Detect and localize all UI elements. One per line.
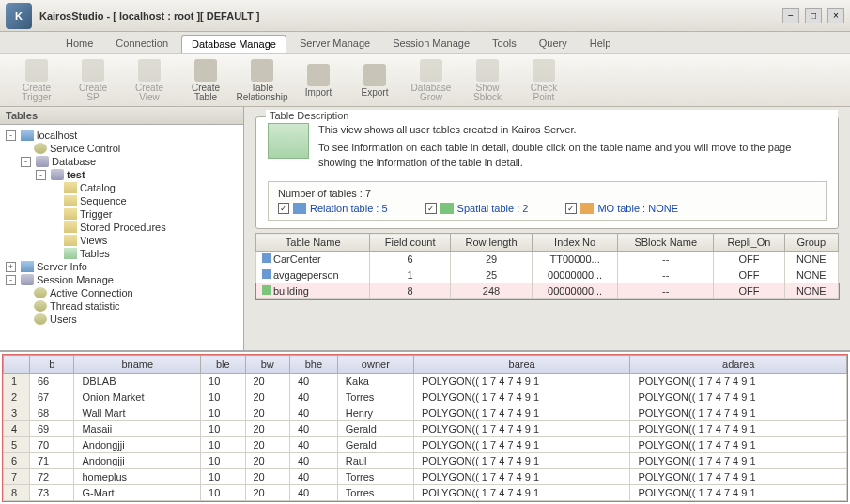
- tree-node-views[interactable]: Views: [4, 234, 240, 247]
- menu-connection[interactable]: Connection: [106, 35, 178, 52]
- menu-session-manage[interactable]: Session Manage: [383, 35, 479, 52]
- tree-node-tables[interactable]: Tables: [4, 247, 240, 260]
- column-header[interactable]: Group: [784, 234, 838, 252]
- expand-icon[interactable]: -: [36, 170, 46, 180]
- menu-home[interactable]: Home: [56, 35, 102, 52]
- column-header[interactable]: Table Name: [256, 234, 370, 252]
- tree-view[interactable]: -localhostService Control-Database-testC…: [0, 125, 243, 350]
- window-title: KairosStudio - [ localhost : root ][ DEF…: [39, 10, 782, 22]
- grid-column-header[interactable]: [4, 356, 30, 374]
- grid-row[interactable]: 772homeplus102040TorresPOLYGON(( 1 7 4 7…: [4, 469, 847, 485]
- tree-icon: [34, 143, 47, 154]
- column-header[interactable]: Repli_On: [714, 234, 784, 252]
- tree-node-server-info[interactable]: +Server Info: [4, 260, 240, 273]
- tables-table[interactable]: Table NameField countRow lengthIndex NoS…: [255, 233, 839, 299]
- export-button[interactable]: Export: [348, 57, 402, 104]
- tree-node-thread-statistic[interactable]: Thread statistic: [4, 299, 240, 313]
- create-view-button[interactable]: CreateView: [122, 57, 177, 104]
- tree-node-active-connection[interactable]: Active Connection: [4, 286, 240, 299]
- tree-node-test[interactable]: -test: [4, 168, 240, 181]
- checkbox-icon[interactable]: ✓: [565, 203, 577, 214]
- table-relationship-button[interactable]: TableRelationship: [235, 57, 289, 104]
- grid-row[interactable]: 873G-Mart102040TorresPOLYGON(( 1 7 4 7 4…: [4, 485, 847, 501]
- tree-icon: [21, 274, 34, 285]
- app-icon: K: [6, 3, 32, 29]
- grid-column-header[interactable]: owner: [337, 356, 413, 374]
- grid-row[interactable]: 166DBLAB102040KakaPOLYGON(( 1 7 4 7 4 9 …: [4, 374, 847, 389]
- menu-help[interactable]: Help: [580, 35, 621, 52]
- table-count: Number of tables : 7: [278, 188, 816, 199]
- stats-box: Number of tables : 7 ✓Relation table : 5…: [268, 181, 827, 221]
- checkbox-icon[interactable]: ✓: [425, 203, 437, 214]
- stat-type-icon: [580, 203, 594, 214]
- tree-node-sequence[interactable]: Sequence: [4, 194, 240, 207]
- grid-column-header[interactable]: ble: [201, 356, 245, 374]
- toolbar: CreateTriggerCreateSPCreateViewCreateTab…: [0, 54, 850, 107]
- table-type-icon: [262, 285, 271, 295]
- grid-row[interactable]: 671Andongjji102040RaulPOLYGON(( 1 7 4 7 …: [4, 453, 847, 469]
- table-row[interactable]: building824800000000...--OFFNONE: [256, 283, 839, 299]
- stat-item: ✓MO table : NONE: [565, 203, 678, 214]
- check-point-button[interactable]: CheckPoint: [517, 57, 571, 104]
- table-row[interactable]: avgageperson12500000000...--OFFNONE: [256, 267, 839, 283]
- column-header[interactable]: SBlock Name: [618, 234, 714, 252]
- show-sblock-button[interactable]: ShowSblock: [460, 57, 515, 104]
- table-row[interactable]: CarCenter629TT00000...--OFFNONE: [256, 252, 839, 267]
- main-panel: Table Description This view shows all us…: [244, 107, 850, 350]
- tree-icon: [36, 156, 49, 167]
- tree-node-session-manage[interactable]: -Session Manage: [4, 273, 240, 286]
- create-trigger-button[interactable]: CreateTrigger: [9, 57, 64, 104]
- database-grow-button[interactable]: DatabaseGrow: [404, 57, 458, 104]
- data-grid-panel: bbnameblebwbheownerbareaadarea 166DBLAB1…: [0, 350, 850, 504]
- expand-icon[interactable]: -: [6, 275, 16, 285]
- grid-row[interactable]: 570Andongjji102040GeraldPOLYGON(( 1 7 4 …: [4, 437, 847, 453]
- create-sp-button[interactable]: CreateSP: [66, 57, 120, 104]
- tree-icon: [21, 261, 34, 272]
- data-grid[interactable]: bbnameblebwbheownerbareaadarea 166DBLAB1…: [3, 355, 847, 501]
- show-sblock-icon: [476, 59, 499, 82]
- stat-item: ✓Relation table : 5: [278, 203, 388, 214]
- column-header[interactable]: Row length: [450, 234, 532, 252]
- tree-node-service-control[interactable]: Service Control: [4, 142, 240, 155]
- tree-icon: [64, 221, 77, 233]
- tree-icon: [34, 300, 47, 312]
- tree-node-stored-procedures[interactable]: Stored Procedures: [4, 221, 240, 234]
- stat-type-icon: [440, 203, 454, 214]
- tree-icon: [64, 235, 77, 246]
- expand-icon[interactable]: -: [6, 130, 16, 141]
- column-header[interactable]: Field count: [370, 234, 451, 252]
- grid-row[interactable]: 469Masaii102040GeraldPOLYGON(( 1 7 4 7 4…: [4, 421, 847, 437]
- grid-column-header[interactable]: adarea: [630, 356, 847, 374]
- tree-icon: [51, 169, 64, 180]
- menu-tools[interactable]: Tools: [483, 35, 526, 52]
- tree-icon: [64, 182, 77, 193]
- tree-node-trigger[interactable]: Trigger: [4, 207, 240, 221]
- import-button[interactable]: Import: [291, 57, 346, 104]
- tree-node-database[interactable]: -Database: [4, 155, 240, 168]
- tree-icon: [34, 313, 47, 325]
- column-header[interactable]: Index No: [533, 234, 618, 252]
- expand-icon[interactable]: +: [6, 262, 16, 272]
- grid-column-header[interactable]: bhe: [289, 356, 337, 374]
- expand-icon[interactable]: -: [21, 157, 31, 167]
- menu-query[interactable]: Query: [530, 35, 577, 52]
- grid-row[interactable]: 368Wall Mart102040HenryPOLYGON(( 1 7 4 7…: [4, 405, 847, 421]
- menu-server-manage[interactable]: Server Manage: [290, 35, 379, 52]
- grid-column-header[interactable]: barea: [413, 356, 630, 374]
- tree-node-catalog[interactable]: Catalog: [4, 181, 240, 194]
- checkbox-icon[interactable]: ✓: [278, 203, 289, 214]
- close-button[interactable]: ×: [827, 8, 844, 23]
- tree-node-users[interactable]: Users: [4, 313, 240, 326]
- content-area: Tables -localhostService Control-Databas…: [0, 107, 850, 350]
- create-table-button[interactable]: CreateTable: [178, 57, 233, 104]
- grid-column-header[interactable]: bw: [245, 356, 289, 374]
- grid-column-header[interactable]: bname: [74, 356, 201, 374]
- grid-row[interactable]: 267Onion Market102040TorresPOLYGON(( 1 7…: [4, 389, 847, 405]
- tree-node-localhost[interactable]: -localhost: [4, 129, 240, 142]
- menubar: HomeConnectionDatabase ManageServer Mana…: [0, 32, 850, 54]
- import-icon: [307, 64, 330, 86]
- maximize-button[interactable]: □: [805, 8, 822, 23]
- grid-column-header[interactable]: b: [30, 356, 74, 374]
- menu-database-manage[interactable]: Database Manage: [181, 35, 286, 53]
- minimize-button[interactable]: −: [782, 8, 799, 23]
